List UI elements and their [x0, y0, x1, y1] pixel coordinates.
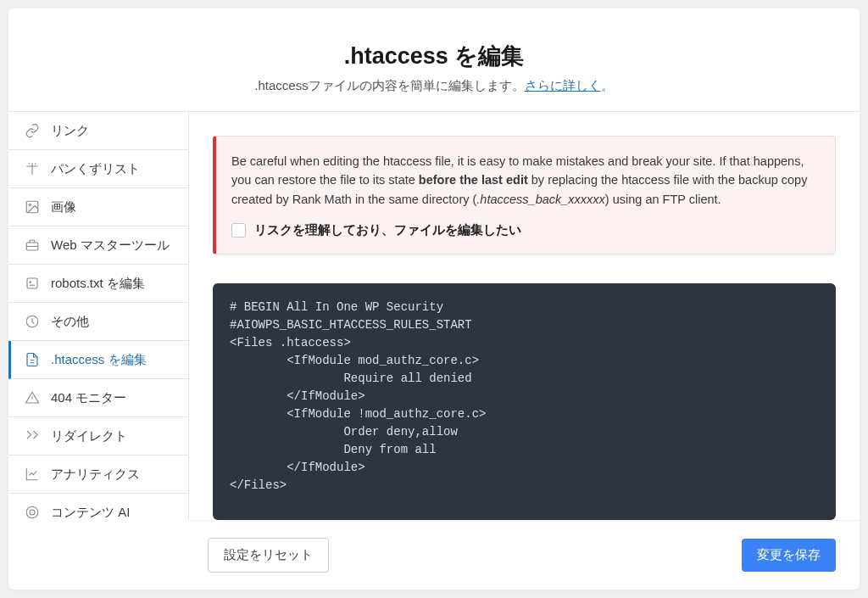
- page-title: .htaccess を編集: [25, 41, 843, 71]
- sidebar-item-webmaster[interactable]: Web マスターツール: [8, 226, 188, 265]
- other-icon: [24, 313, 41, 330]
- htaccess-code-editor[interactable]: # BEGIN All In One WP Security #AIOWPS_B…: [213, 283, 836, 520]
- page-subtitle: .htaccessファイルの内容を簡単に編集します。さらに詳しく。: [25, 78, 843, 94]
- svg-point-6: [26, 506, 38, 518]
- sidebar-item-label: 404 モニター: [51, 390, 126, 406]
- sidebar-item-label: パンくずリスト: [51, 161, 140, 177]
- redirect-icon: [24, 428, 41, 444]
- risk-checkbox-label: リスクを理解しており、ファイルを編集したい: [254, 222, 521, 238]
- svg-point-7: [30, 510, 35, 515]
- robots-icon: [24, 275, 41, 292]
- footer-actions: 設定をリセット 変更を保存: [189, 520, 860, 590]
- sidebar-item-label: .htaccess を編集: [51, 352, 147, 368]
- sidebar-item-redirect[interactable]: リダイレクト: [8, 417, 188, 455]
- reset-button[interactable]: 設定をリセット: [208, 538, 329, 573]
- risk-checkbox-row: リスクを理解しており、ファイルを編集したい: [231, 222, 815, 238]
- sidebar-item-link[interactable]: リンク: [8, 112, 188, 150]
- warning-text: Be careful when editing the htaccess fil…: [231, 152, 815, 209]
- sidebar-item-label: その他: [51, 314, 89, 330]
- analytics-icon: [24, 466, 41, 483]
- sidebar-item-breadcrumb[interactable]: パンくずリスト: [8, 150, 188, 188]
- sidebar-item-label: Web マスターツール: [51, 238, 170, 254]
- main-content: Be careful when editing the htaccess fil…: [189, 112, 860, 520]
- sidebar-item-label: コンテンツ AI: [51, 505, 130, 521]
- warning-box: Be careful when editing the htaccess fil…: [213, 136, 836, 254]
- learn-more-link[interactable]: さらに詳しく: [525, 78, 601, 92]
- page-header: .htaccess を編集 .htaccessファイルの内容を簡単に編集します。…: [8, 8, 860, 111]
- ai-icon: [24, 504, 41, 520]
- breadcrumb-icon: [24, 160, 41, 177]
- sidebar-item-404[interactable]: 404 モニター: [8, 379, 188, 417]
- sidebar-item-label: robots.txt を編集: [51, 276, 145, 292]
- warning-icon: [24, 389, 41, 406]
- sidebar-item-image[interactable]: 画像: [8, 188, 188, 226]
- svg-point-1: [29, 204, 31, 205]
- sidebar-item-analytics[interactable]: アナリティクス: [8, 455, 188, 494]
- sidebar: リンク パンくずリスト 画像 Web マスターツール: [8, 112, 189, 520]
- file-icon: [24, 351, 41, 368]
- sidebar-item-label: 画像: [51, 199, 76, 215]
- sidebar-item-robots[interactable]: robots.txt を編集: [8, 265, 188, 303]
- sidebar-item-ai[interactable]: コンテンツ AI: [8, 494, 188, 520]
- save-button[interactable]: 変更を保存: [742, 539, 836, 572]
- sidebar-item-label: アナリティクス: [51, 467, 140, 483]
- sidebar-item-label: リダイレクト: [51, 428, 127, 444]
- risk-checkbox[interactable]: [231, 223, 246, 238]
- sidebar-item-label: リンク: [51, 123, 89, 139]
- svg-point-4: [30, 282, 31, 283]
- image-icon: [24, 198, 41, 215]
- sidebar-item-htaccess[interactable]: .htaccess を編集: [8, 341, 188, 379]
- toolbox-icon: [24, 237, 41, 254]
- link-icon: [24, 122, 41, 139]
- svg-rect-3: [27, 278, 37, 288]
- sidebar-item-other[interactable]: その他: [8, 303, 188, 341]
